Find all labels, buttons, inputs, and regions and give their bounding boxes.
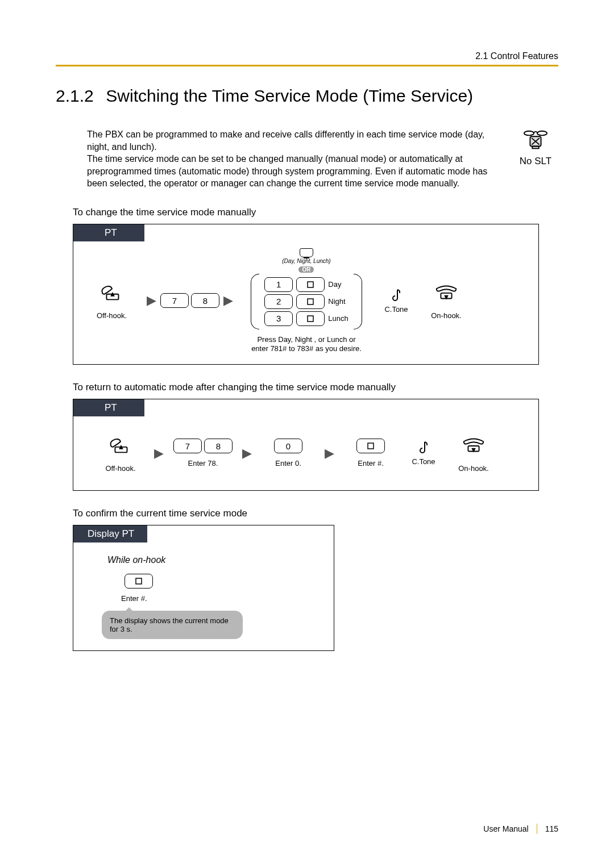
option-label: Day (328, 280, 341, 289)
caption-enter0: Enter 0. (275, 459, 301, 468)
option-label: Lunch (328, 314, 348, 323)
subhead-auto: To return to automatic mode after changi… (73, 382, 558, 393)
caption-enter78: Enter 78. (188, 459, 218, 468)
caption-ctone: C.Tone (412, 457, 435, 466)
footer-label: User Manual (483, 824, 528, 833)
music-note-icon (391, 288, 402, 305)
caption-press-line2: enter 781# to 783# as you desire. (251, 344, 362, 353)
arrow-icon: ▶ (321, 446, 338, 461)
key-7: 7 (173, 439, 202, 453)
intro-paragraph: The PBX can be programmed to make and re… (87, 128, 496, 153)
svg-point-1 (537, 131, 547, 136)
svg-rect-10 (308, 316, 313, 322)
or-badge: OR (298, 266, 314, 273)
caption-enterhash: Enter #. (358, 459, 384, 468)
key-hash (296, 294, 325, 309)
arrow-icon: ▶ (151, 446, 167, 461)
caption-press-line1: Press Day, Night , or Lunch or (257, 335, 355, 344)
procedure-confirm: Display PT While on-hook Enter #. The di… (73, 525, 334, 652)
mode-label: (Day, Night, Lunch) (282, 258, 330, 264)
option-row: 1 Day (264, 277, 348, 292)
option-row: 2 Night (264, 294, 348, 309)
mode-button-icon (300, 248, 313, 257)
key-hash (356, 439, 385, 453)
svg-rect-15 (368, 443, 374, 449)
section-heading: 2.1.2 Switching the Time Service Mode (T… (56, 86, 558, 106)
caption-ctone: C.Tone (384, 305, 408, 314)
arrow-icon: ▶ (239, 446, 255, 461)
key-1: 1 (264, 277, 293, 292)
option-label: Night (328, 297, 345, 306)
arrow-icon: ▶ (220, 293, 237, 308)
svg-rect-18 (136, 578, 142, 584)
caption-enterhash: Enter #. (121, 594, 147, 603)
key-0: 0 (274, 439, 302, 453)
no-slt-label: No SLT (520, 156, 551, 167)
subhead-confirm: To confirm the current time service mode (73, 508, 558, 519)
offhook-icon (107, 433, 134, 458)
while-onhook-label: While on-hook (107, 555, 322, 565)
caption-offhook: Off-hook. (105, 464, 135, 473)
svg-point-0 (524, 131, 534, 136)
music-note-icon (418, 440, 429, 457)
tab-pt: PT (73, 224, 144, 241)
svg-rect-8 (308, 282, 313, 287)
svg-rect-9 (308, 299, 313, 304)
page-footer: User Manual 115 (483, 824, 558, 834)
arrow-icon: ▶ (143, 293, 160, 308)
key-hash (125, 574, 153, 589)
key-3: 3 (264, 311, 293, 326)
section-number: 2.1.2 (56, 86, 101, 106)
procedure-auto: PT Off-hook. ▶ 7 (73, 399, 539, 491)
key-7: 7 (160, 293, 189, 308)
key-8: 8 (204, 439, 233, 453)
phone-crossed-icon (522, 128, 549, 153)
speech-bubble: The display shows the current mode for 3… (102, 611, 243, 639)
footer-page-number: 115 (545, 824, 558, 833)
intro-paragraph: The time service mode can be set to be c… (87, 153, 496, 190)
onhook-icon (433, 281, 459, 306)
caption-onhook: On-hook. (458, 464, 488, 473)
offhook-icon (99, 281, 125, 306)
subhead-manual: To change the time service mode manually (73, 207, 558, 218)
header-rule (56, 65, 558, 66)
key-hash (296, 277, 325, 292)
procedure-manual: PT Off-hook. ▶ 7 (73, 224, 539, 365)
footer-separator (537, 824, 537, 834)
breadcrumb: 2.1 Control Features (56, 51, 558, 61)
option-row: 3 Lunch (264, 311, 348, 326)
caption-onhook: On-hook. (431, 311, 461, 320)
tab-pt: PT (73, 399, 144, 416)
svg-rect-5 (532, 147, 539, 149)
onhook-icon (460, 433, 487, 458)
caption-offhook: Off-hook. (97, 311, 127, 320)
key-8: 8 (191, 293, 219, 308)
section-title: Switching the Time Service Mode (Time Se… (106, 86, 473, 105)
tab-display-pt: Display PT (73, 525, 147, 542)
key-2: 2 (264, 294, 293, 309)
key-hash (296, 311, 325, 326)
